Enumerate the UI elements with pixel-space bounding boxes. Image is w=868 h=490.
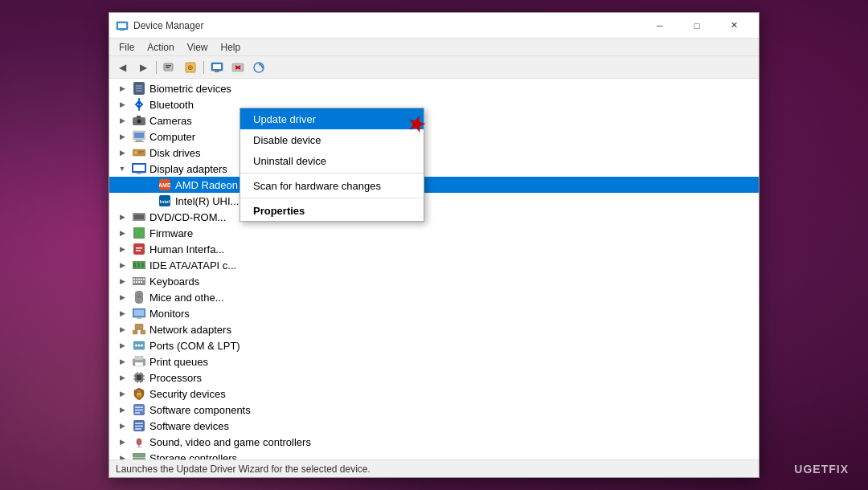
- disk-icon: [132, 145, 146, 160]
- svg-rect-49: [137, 263, 140, 267]
- expander-ide: ▶: [116, 259, 129, 272]
- svg-rect-98: [135, 428, 141, 430]
- toolbar-scan[interactable]: [249, 59, 268, 76]
- tree-item-biometric[interactable]: ▶ Biometric devices: [109, 80, 759, 96]
- expander-print: ▶: [116, 355, 129, 368]
- tree-item-softcomp[interactable]: ▶ Software components: [109, 402, 759, 418]
- tree-item-monitors[interactable]: ▶ Monitors: [109, 305, 759, 321]
- tree-item-keyboards[interactable]: ▶ Keyboards: [109, 273, 759, 289]
- tree-item-mice[interactable]: ▶ Mice and othe...: [109, 289, 759, 305]
- tree-item-network[interactable]: ▶ Network adapters: [109, 321, 759, 337]
- menu-file[interactable]: File: [113, 39, 141, 55]
- tree-item-security[interactable]: ▶ 🔒 Security devices: [109, 386, 759, 402]
- expander-amd: [141, 178, 154, 191]
- menu-help[interactable]: Help: [215, 39, 248, 55]
- toolbar-forward[interactable]: ▶: [133, 59, 153, 76]
- tree-item-intel[interactable]: Intel Intel(R) UHI...: [109, 193, 759, 209]
- bluetooth-icon: [132, 97, 146, 112]
- expander-keyboards: ▶: [116, 275, 129, 288]
- status-bar: Launches the Update Driver Wizard for th…: [109, 459, 759, 477]
- toolbar-display[interactable]: [207, 59, 227, 76]
- svg-rect-46: [136, 250, 141, 251]
- svg-rect-60: [141, 281, 142, 283]
- svg-rect-67: [135, 324, 143, 329]
- svg-rect-79: [141, 361, 144, 362]
- svg-text:AMD: AMD: [159, 182, 170, 188]
- svg-rect-58: [136, 281, 137, 283]
- device-tree[interactable]: ▶ Biometric devices ▶ Bluetooth ▶: [109, 79, 759, 459]
- svg-rect-9: [213, 64, 221, 69]
- tree-item-softdev[interactable]: ▶ Software devices: [109, 418, 759, 434]
- storage-label: Storage controllers: [149, 452, 759, 460]
- ide-label: IDE ATA/ATAPI c...: [149, 259, 759, 272]
- tree-item-print[interactable]: ▶ Print queues: [109, 353, 759, 370]
- network-label: Network adapters: [149, 324, 759, 336]
- cameras-icon: [132, 113, 146, 128]
- svg-rect-26: [136, 140, 142, 141]
- minimize-button[interactable]: ─: [641, 13, 678, 39]
- maximize-button[interactable]: □: [678, 13, 715, 39]
- tree-item-firmware[interactable]: ▶ Firmware: [109, 225, 759, 241]
- expander-disk: ▶: [116, 146, 129, 159]
- menu-view[interactable]: View: [181, 39, 215, 55]
- tree-item-storage[interactable]: ▶ Storage controllers: [109, 450, 759, 459]
- tree-item-cameras[interactable]: ▶ Cameras: [109, 112, 759, 129]
- svg-text:⊕: ⊕: [187, 63, 194, 71]
- tree-item-bluetooth[interactable]: ▶ Bluetooth: [109, 96, 759, 112]
- ctx-disable-device[interactable]: Disable device: [240, 129, 424, 150]
- tree-item-disk[interactable]: ▶ Disk drives: [109, 145, 759, 161]
- tree-item-computer[interactable]: ▶ Computer: [109, 129, 759, 145]
- tree-item-ide[interactable]: ▶ IDE ATA/ATAPI c...: [109, 257, 759, 273]
- svg-rect-96: [135, 423, 143, 424]
- ctx-properties[interactable]: Properties: [240, 200, 424, 221]
- intel-icon: Intel: [158, 194, 172, 208]
- svg-rect-25: [134, 133, 144, 138]
- toolbar-sep-1: [156, 61, 157, 74]
- mice-label: Mice and othe...: [149, 292, 759, 304]
- dvd-icon: [132, 210, 146, 224]
- sound-icon: [132, 435, 146, 449]
- softcomp-icon: [132, 402, 146, 417]
- toolbar-update[interactable]: ⊕: [181, 59, 200, 76]
- tree-item-ports[interactable]: ▶ Ports (COM & LPT): [109, 337, 759, 353]
- svg-text:Intel: Intel: [160, 199, 170, 204]
- computer-icon: [132, 129, 146, 144]
- svg-point-104: [134, 455, 136, 456]
- expander-processors: ▶: [116, 371, 129, 384]
- menu-action[interactable]: Action: [141, 39, 180, 55]
- status-text: Launches the Update Driver Wizard for th…: [116, 463, 371, 475]
- expander-display: ▼: [116, 162, 129, 175]
- expander-ports: ▶: [116, 339, 129, 352]
- svg-rect-53: [136, 279, 137, 280]
- tree-item-human[interactable]: ▶ Human Interfa...: [109, 241, 759, 257]
- tree-item-processors[interactable]: ▶ Processors: [109, 370, 759, 386]
- svg-rect-52: [133, 279, 135, 280]
- svg-rect-45: [136, 247, 142, 249]
- svg-rect-27: [134, 141, 144, 142]
- svg-rect-93: [135, 410, 143, 411]
- toolbar: ◀ ▶ ⊕: [109, 56, 759, 79]
- tree-item-dvd[interactable]: ▶ DVD/CD-ROM...: [109, 209, 759, 225]
- expander-softcomp: ▶: [116, 403, 129, 416]
- svg-rect-65: [134, 309, 145, 316]
- toolbar-properties[interactable]: [160, 59, 179, 76]
- keyboards-label: Keyboards: [149, 276, 759, 288]
- toolbar-uninstall[interactable]: [228, 59, 248, 76]
- mice-icon: [132, 290, 146, 304]
- svg-rect-23: [137, 116, 141, 118]
- biometric-icon: [132, 81, 146, 96]
- close-button[interactable]: ✕: [715, 13, 752, 39]
- tree-item-display[interactable]: ▼ Display adapters: [109, 161, 759, 177]
- svg-rect-33: [133, 165, 145, 171]
- toolbar-back[interactable]: ◀: [113, 59, 132, 76]
- svg-rect-94: [135, 412, 140, 414]
- print-icon: [132, 354, 146, 369]
- tree-item-sound[interactable]: ▶ Sound, video and game controllers: [109, 434, 759, 450]
- softdev-label: Software devices: [149, 420, 759, 432]
- watermark: UGETFIX: [794, 463, 849, 476]
- ctx-uninstall-device[interactable]: Uninstall device: [240, 150, 424, 171]
- ctx-update-driver[interactable]: Update driver: [240, 108, 424, 129]
- tree-item-amd[interactable]: AMD AMD Radeon (TM) RX 640: [109, 177, 759, 193]
- ctx-scan-hardware[interactable]: Scan for hardware changes: [240, 175, 424, 196]
- svg-rect-55: [141, 279, 142, 280]
